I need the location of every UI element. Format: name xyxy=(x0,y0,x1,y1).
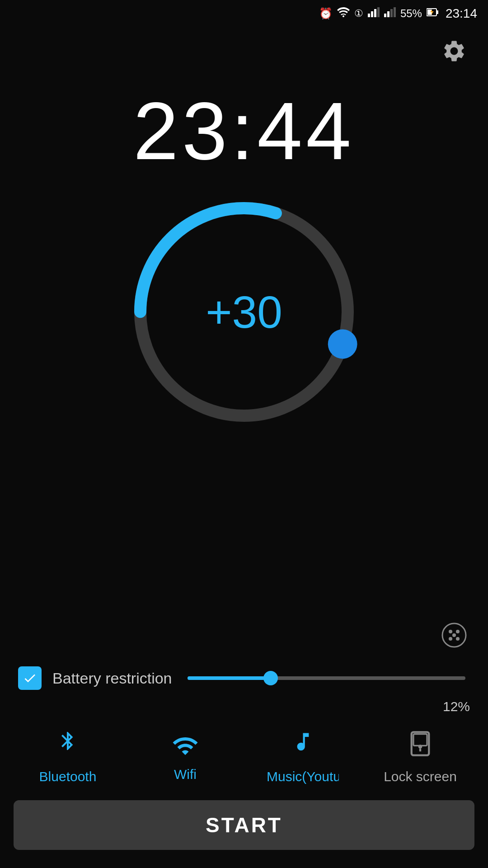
svg-point-18 xyxy=(449,637,452,641)
music-icon xyxy=(291,730,315,764)
svg-rect-6 xyxy=(387,11,389,17)
gear-icon xyxy=(441,38,467,66)
options-button[interactable] xyxy=(438,619,470,651)
music-label: Music(Youtube xyxy=(267,769,339,784)
signal2-icon xyxy=(384,7,396,20)
bluetooth-icon xyxy=(56,730,79,764)
svg-point-23 xyxy=(418,745,422,749)
wifi-status-icon xyxy=(337,7,350,20)
checkmark-icon xyxy=(23,671,37,685)
slider-thumb[interactable] xyxy=(263,671,278,685)
battery-restriction-percent: 12% xyxy=(443,699,470,714)
svg-rect-1 xyxy=(368,14,370,17)
bottom-icons-row: Bluetooth Wifi Music(Youtube Lock screen xyxy=(0,730,488,784)
svg-rect-22 xyxy=(413,734,427,746)
start-button[interactable]: START xyxy=(14,800,474,850)
svg-point-19 xyxy=(456,637,460,641)
svg-point-16 xyxy=(449,630,452,633)
svg-rect-2 xyxy=(371,11,373,17)
battery-restriction-row: Battery restriction xyxy=(0,660,488,696)
sim-icon: ① xyxy=(354,8,363,19)
lockscreen-icon xyxy=(408,730,432,764)
battery-restriction-slider[interactable] xyxy=(188,676,465,680)
circular-timer[interactable]: +30 xyxy=(122,190,366,434)
battery-restriction-label: Battery restriction xyxy=(52,670,172,687)
wifi-bottom-icon xyxy=(172,730,199,761)
options-icon xyxy=(441,623,467,648)
svg-point-20 xyxy=(452,633,456,637)
wifi-bottom-label: Wifi xyxy=(174,767,197,782)
signal-icon xyxy=(368,7,380,20)
status-time: 23:14 xyxy=(446,6,477,21)
svg-rect-4 xyxy=(377,7,380,17)
battery-restriction-checkbox[interactable] xyxy=(18,666,42,690)
slider-fill xyxy=(188,676,271,680)
bluetooth-label: Bluetooth xyxy=(39,769,97,784)
svg-rect-5 xyxy=(384,14,386,17)
lockscreen-label: Lock screen xyxy=(384,769,457,784)
battery-percent-status: 55% xyxy=(400,7,422,20)
bluetooth-option[interactable]: Bluetooth xyxy=(27,730,108,784)
alarm-icon: ⏰ xyxy=(319,7,333,20)
main-clock: 23:44 xyxy=(0,90,488,172)
status-bar: ⏰ ① 55% xyxy=(0,0,488,27)
timer-value: +30 xyxy=(206,286,282,338)
battery-icon xyxy=(427,7,438,20)
svg-rect-10 xyxy=(436,10,438,14)
settings-button[interactable] xyxy=(438,36,470,68)
wifi-option[interactable]: Wifi xyxy=(145,730,226,782)
lockscreen-option[interactable]: Lock screen xyxy=(380,730,461,784)
svg-point-0 xyxy=(343,15,344,17)
svg-rect-3 xyxy=(374,9,376,17)
svg-rect-7 xyxy=(390,9,393,17)
svg-point-17 xyxy=(456,630,460,633)
svg-rect-8 xyxy=(394,7,396,17)
clock-display: 23:44 xyxy=(133,85,355,176)
music-option[interactable]: Music(Youtube xyxy=(262,730,343,784)
svg-point-14 xyxy=(328,330,357,359)
